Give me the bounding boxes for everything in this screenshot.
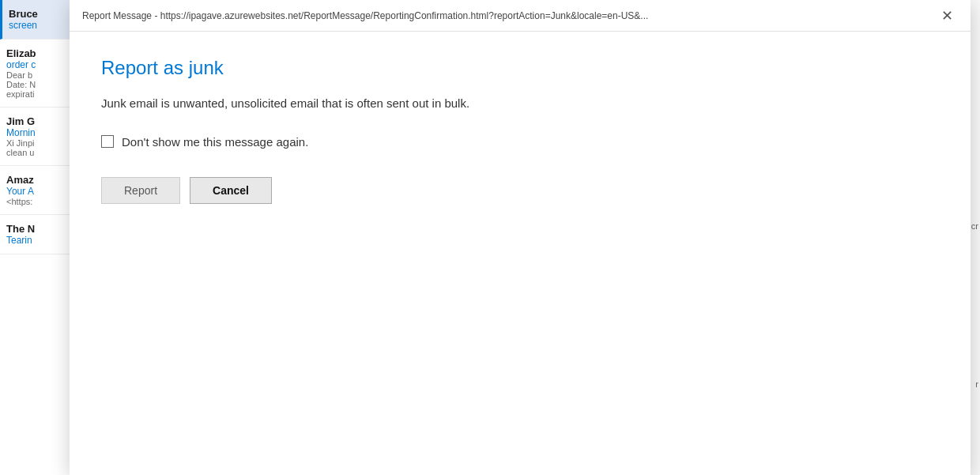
right-panel-text1: cr: [971, 221, 978, 231]
email-subject-elizab: order c: [6, 59, 66, 70]
modal-titlebar-text: Report Message - https://ipagave.azurewe…: [82, 10, 648, 21]
report-button[interactable]: Report: [101, 177, 180, 204]
email-preview-jimg2: clean u: [6, 148, 66, 157]
modal-buttons: Report Cancel: [101, 177, 939, 204]
email-subject-amazon: Your A: [6, 186, 66, 197]
email-sender-jimg: Jim G: [6, 115, 66, 127]
email-sender-then: The N: [6, 223, 66, 235]
email-item-amazon[interactable]: Amaz Your A <https:: [0, 166, 72, 215]
email-item-jimg[interactable]: Jim G Mornin Xi Jinpi clean u: [0, 107, 72, 166]
dont-show-checkbox[interactable]: [101, 135, 114, 148]
email-sender-amazon: Amaz: [6, 174, 66, 186]
dont-show-label[interactable]: Don't show me this message again.: [122, 135, 308, 149]
modal-content: Report as junk Junk email is unwanted, u…: [70, 32, 971, 475]
email-item-then[interactable]: The N Tearin: [0, 215, 72, 254]
email-item-bruce[interactable]: Bruce screen: [0, 0, 72, 40]
right-panel-text2: r: [975, 379, 978, 389]
email-subject-then: Tearin: [6, 235, 66, 246]
modal-title: Report as junk: [101, 57, 939, 79]
email-list: Bruce screen Elizab order c Dear b Date:…: [0, 0, 73, 475]
email-subject-jimg: Mornin: [6, 127, 66, 138]
email-preview-elizab2: Date: N: [6, 80, 66, 89]
modal-titlebar: Report Message - https://ipagave.azurewe…: [70, 0, 971, 32]
email-item-elizab[interactable]: Elizab order c Dear b Date: N expirati: [0, 40, 72, 107]
cancel-button[interactable]: Cancel: [190, 177, 272, 204]
email-sender-elizab: Elizab: [6, 47, 66, 59]
modal-dialog: Report Message - https://ipagave.azurewe…: [70, 0, 971, 475]
email-preview-amazon: <https:: [6, 197, 66, 206]
modal-description: Junk email is unwanted, unsolicited emai…: [101, 95, 939, 113]
email-sender-bruce: Bruce: [9, 8, 66, 20]
email-preview-jimg: Xi Jinpi: [6, 138, 66, 148]
checkbox-row: Don't show me this message again.: [101, 135, 939, 149]
email-preview-elizab3: expirati: [6, 89, 66, 99]
email-preview-elizab: Dear b: [6, 70, 66, 80]
modal-close-button[interactable]: ✕: [936, 5, 958, 27]
email-subject-bruce: screen: [9, 20, 66, 31]
